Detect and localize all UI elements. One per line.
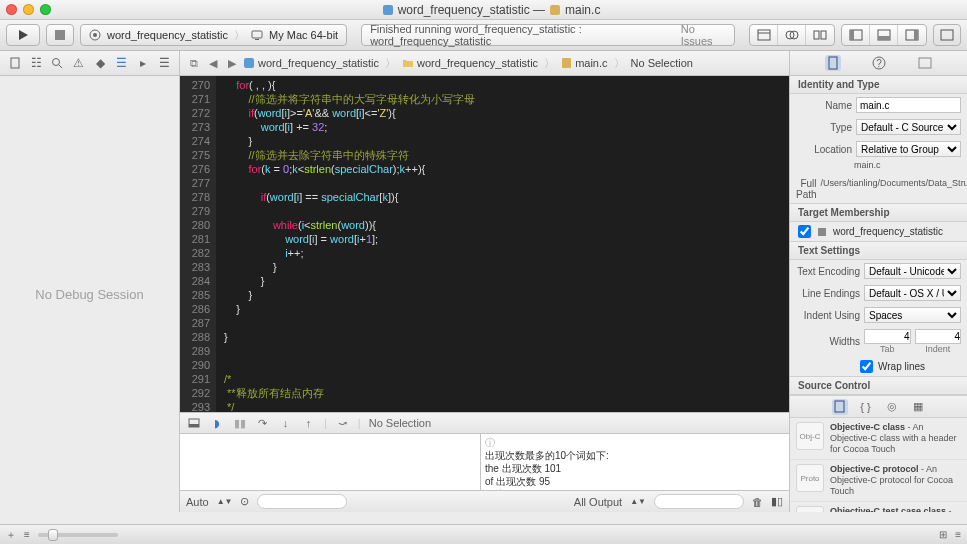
grid-icon[interactable]: ⊞: [939, 529, 947, 540]
editor-mode-segmented: [749, 24, 835, 46]
svg-rect-0: [383, 5, 393, 15]
library-item[interactable]: Obj-C Objective-C class - An Objective-C…: [790, 418, 967, 460]
hide-debug-button[interactable]: [186, 416, 201, 431]
window-titlebar: word_frequency_statistic — main.c: [0, 0, 967, 20]
list-icon[interactable]: ≡: [955, 529, 961, 540]
nav-forward-button[interactable]: ▶: [224, 56, 239, 71]
related-items-icon[interactable]: ⧉: [186, 56, 201, 71]
assistant-editor-button[interactable]: [778, 25, 806, 45]
scheme-selector[interactable]: word_frequency_statistic 〉 My Mac 64-bit: [80, 24, 347, 46]
svg-marker-2: [19, 30, 28, 40]
identity-inspector-tab[interactable]: [917, 55, 933, 71]
zoom-slider[interactable]: [38, 533, 118, 537]
test-navigator-tab[interactable]: ◆: [92, 55, 108, 71]
tab-width-field[interactable]: [864, 329, 911, 344]
version-editor-button[interactable]: [806, 25, 834, 45]
standard-editor-button[interactable]: [750, 25, 778, 45]
project-icon: [243, 57, 255, 69]
svg-rect-19: [914, 30, 918, 40]
project-navigator-tab[interactable]: [7, 55, 23, 71]
target-item-label: word_frequency_statistic: [833, 226, 943, 237]
jump-bar: ⧉ ◀ ▶ word_frequency_statistic 〉 word_fr…: [180, 51, 789, 76]
svg-rect-32: [818, 228, 826, 236]
issue-navigator-tab[interactable]: ⚠: [71, 55, 87, 71]
template-icon: Obj-C: [796, 422, 824, 450]
library-item[interactable]: Test Objective-C test case class - An Ob…: [790, 502, 967, 512]
file-template-tab[interactable]: [832, 399, 848, 415]
code-snippet-tab[interactable]: { }: [858, 399, 874, 415]
svg-rect-24: [244, 58, 254, 68]
run-button[interactable]: [6, 24, 40, 46]
quick-help-tab[interactable]: ?: [871, 55, 887, 71]
identity-section-header: Identity and Type: [790, 76, 967, 94]
crumb-file[interactable]: main.c: [561, 57, 607, 69]
svg-rect-1: [550, 5, 560, 15]
thread-selector[interactable]: No Selection: [369, 417, 431, 429]
crumb-selection[interactable]: No Selection: [631, 57, 693, 69]
breakpoint-navigator-tab[interactable]: ▸: [135, 55, 151, 71]
clear-console-icon[interactable]: 🗑: [752, 496, 763, 508]
wrap-lines-checkbox[interactable]: [860, 360, 873, 373]
target-checkbox[interactable]: [798, 225, 811, 238]
location-file: main.c: [790, 160, 967, 175]
close-window-button[interactable]: [6, 4, 17, 15]
crumb-folder[interactable]: word_frequency_statistic: [402, 57, 538, 69]
zoom-window-button[interactable]: [40, 4, 51, 15]
name-field[interactable]: [856, 97, 961, 113]
svg-rect-20: [941, 30, 953, 40]
menu-icon[interactable]: ≡: [24, 529, 30, 540]
source-editor[interactable]: 2702712722732742752762772782792802812822…: [180, 76, 789, 412]
svg-rect-13: [821, 31, 826, 39]
variables-view[interactable]: [180, 434, 481, 490]
svg-text:?: ?: [876, 58, 882, 69]
step-out-button[interactable]: ↑: [301, 416, 316, 431]
code-area[interactable]: for( , , ){ //筛选并将字符串中的大写字母转化为小写字母 if(wo…: [216, 76, 789, 412]
encoding-label: Text Encoding: [796, 266, 860, 277]
search-navigator-tab[interactable]: [49, 55, 65, 71]
console-view[interactable]: ⓘ 出现次数最多的10个词如下: the 出现次数 101 of 出现次数 95…: [481, 434, 789, 490]
tab-width-label: Tab: [864, 344, 911, 354]
step-into-button[interactable]: ↓: [278, 416, 293, 431]
console-filter[interactable]: All Output: [574, 496, 622, 508]
indent-width-field[interactable]: [915, 329, 962, 344]
library-item[interactable]: Proto Objective-C protocol - An Objectiv…: [790, 460, 967, 502]
svg-rect-27: [189, 424, 199, 427]
console-search[interactable]: [654, 494, 744, 509]
object-library-tab[interactable]: ◎: [884, 399, 900, 415]
debug-navigator-tab[interactable]: ☰: [114, 55, 130, 71]
status-issues: No Issues: [681, 23, 726, 47]
simulate-location-button[interactable]: ⤻: [335, 416, 350, 431]
toggle-navigator-button[interactable]: [842, 25, 870, 45]
stop-button[interactable]: [46, 24, 74, 46]
library-list[interactable]: Obj-C Objective-C class - An Objective-C…: [790, 418, 967, 512]
inspector-tabs: ?: [790, 51, 967, 76]
text-settings-header: Text Settings: [790, 242, 967, 260]
step-over-button[interactable]: ↷: [255, 416, 270, 431]
minimize-window-button[interactable]: [23, 4, 34, 15]
variables-search[interactable]: [257, 494, 347, 509]
svg-rect-17: [878, 36, 890, 40]
symbol-navigator-tab[interactable]: ☷: [28, 55, 44, 71]
location-select[interactable]: Relative to Group: [856, 141, 961, 157]
line-endings-select[interactable]: Default - OS X / Unix (LF): [864, 285, 961, 301]
log-navigator-tab[interactable]: ☰: [156, 55, 172, 71]
organizer-button[interactable]: [933, 24, 961, 46]
line-gutter: 2702712722732742752762772782792802812822…: [180, 76, 216, 412]
nav-back-button[interactable]: ◀: [205, 56, 220, 71]
toggle-debug-area-button[interactable]: [870, 25, 898, 45]
add-icon[interactable]: ＋: [6, 528, 16, 542]
target-icon: [89, 29, 101, 41]
variables-filter[interactable]: Auto: [186, 496, 209, 508]
svg-rect-6: [252, 31, 262, 38]
type-select[interactable]: Default - C Source: [856, 119, 961, 135]
device-icon: [251, 29, 263, 41]
encoding-select[interactable]: Default - Unicode (UTF-8): [864, 263, 961, 279]
toggle-utilities-button[interactable]: [898, 25, 926, 45]
breakpoints-toggle[interactable]: ◗: [209, 416, 224, 431]
indent-select[interactable]: Spaces: [864, 307, 961, 323]
media-library-tab[interactable]: ▦: [910, 399, 926, 415]
library-tabs: { } ◎ ▦: [790, 396, 967, 418]
continue-button[interactable]: ▮▮: [232, 416, 247, 431]
file-inspector-tab[interactable]: [825, 55, 841, 71]
crumb-project[interactable]: word_frequency_statistic: [243, 57, 379, 69]
